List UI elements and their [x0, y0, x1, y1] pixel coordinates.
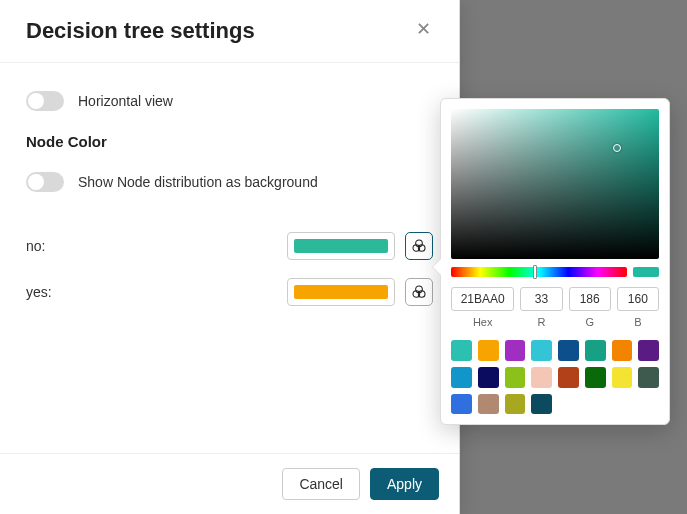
swatch-3[interactable]: [531, 340, 552, 361]
swatch-4[interactable]: [558, 340, 579, 361]
swatch-16[interactable]: [451, 394, 472, 415]
modal-body: Horizontal view Node Color Show Node dis…: [0, 63, 459, 453]
swatch-7[interactable]: [638, 340, 659, 361]
g-group: G: [569, 287, 611, 328]
swatch-1[interactable]: [478, 340, 499, 361]
g-input[interactable]: [569, 287, 611, 311]
picker-button-no[interactable]: [405, 232, 433, 260]
swatch-2[interactable]: [505, 340, 526, 361]
settings-modal: Decision tree settings ✕ Horizontal view…: [0, 0, 460, 514]
hue-marker[interactable]: [533, 265, 537, 279]
sv-marker[interactable]: [613, 144, 621, 152]
modal-header: Decision tree settings ✕: [0, 0, 459, 63]
color-picker-popover: Hex R G B: [440, 98, 670, 425]
color-picker-icon: [411, 238, 427, 254]
horizontal-view-row: Horizontal view: [26, 91, 433, 111]
hex-label: Hex: [473, 316, 493, 328]
picker-button-yes[interactable]: [405, 278, 433, 306]
saturation-value-area[interactable]: [451, 109, 659, 259]
swatch-14[interactable]: [612, 367, 633, 388]
node-color-heading: Node Color: [26, 133, 433, 150]
r-label: R: [537, 316, 545, 328]
modal-footer: Cancel Apply: [0, 453, 459, 514]
g-label: G: [585, 316, 594, 328]
color-preview-no[interactable]: [287, 232, 395, 260]
r-input[interactable]: [520, 287, 562, 311]
swatch-17[interactable]: [478, 394, 499, 415]
color-label-yes: yes:: [26, 284, 287, 300]
b-input[interactable]: [617, 287, 659, 311]
swatch-5[interactable]: [585, 340, 606, 361]
swatch-13[interactable]: [585, 367, 606, 388]
swatch-10[interactable]: [505, 367, 526, 388]
cancel-button[interactable]: Cancel: [282, 468, 360, 500]
color-picker-icon: [411, 284, 427, 300]
swatch-8[interactable]: [451, 367, 472, 388]
color-preview-yes[interactable]: [287, 278, 395, 306]
apply-button[interactable]: Apply: [370, 468, 439, 500]
hex-input[interactable]: [451, 287, 514, 311]
r-group: R: [520, 287, 562, 328]
swatch-19[interactable]: [531, 394, 552, 415]
b-group: B: [617, 287, 659, 328]
color-label-no: no:: [26, 238, 287, 254]
current-color-swatch: [633, 267, 659, 277]
close-button[interactable]: ✕: [414, 18, 433, 40]
hex-group: Hex: [451, 287, 514, 328]
horizontal-view-label: Horizontal view: [78, 93, 173, 109]
inputs-row: Hex R G B: [451, 287, 659, 328]
modal-title: Decision tree settings: [26, 18, 255, 44]
color-bar-yes: [294, 285, 388, 299]
swatch-grid: [451, 340, 659, 414]
swatch-11[interactable]: [531, 367, 552, 388]
color-bar-no: [294, 239, 388, 253]
swatch-6[interactable]: [612, 340, 633, 361]
horizontal-view-toggle[interactable]: [26, 91, 64, 111]
swatch-9[interactable]: [478, 367, 499, 388]
hue-row: [451, 267, 659, 277]
distribution-row: Show Node distribution as background: [26, 172, 433, 192]
color-row-no: no:: [26, 232, 433, 260]
swatch-0[interactable]: [451, 340, 472, 361]
b-label: B: [634, 316, 641, 328]
swatch-18[interactable]: [505, 394, 526, 415]
hue-slider[interactable]: [451, 267, 627, 277]
color-row-yes: yes:: [26, 278, 433, 306]
distribution-label: Show Node distribution as background: [78, 174, 318, 190]
swatch-12[interactable]: [558, 367, 579, 388]
swatch-15[interactable]: [638, 367, 659, 388]
distribution-toggle[interactable]: [26, 172, 64, 192]
